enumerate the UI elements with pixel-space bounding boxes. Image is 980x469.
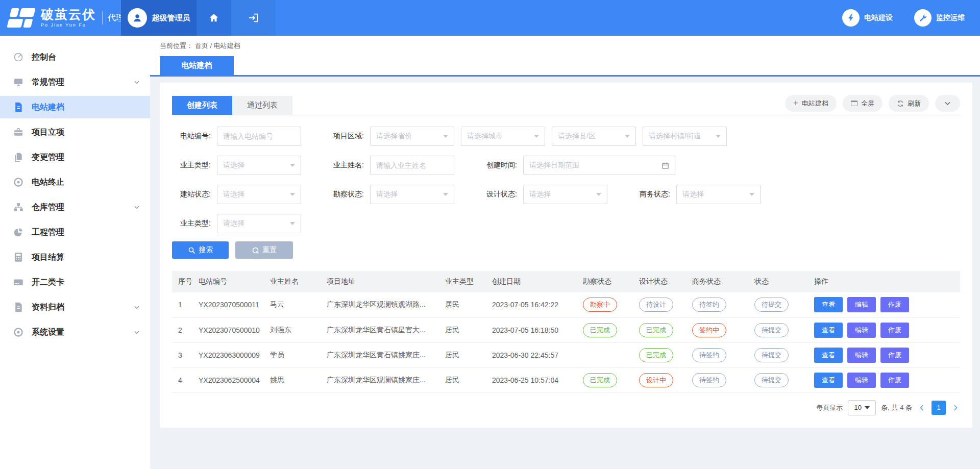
owner-type-select[interactable]: 请选择 (217, 156, 301, 175)
nav-station-build[interactable]: 电站建设 (842, 9, 893, 27)
sidebar-item-open-card[interactable]: 开二类卡 (0, 271, 150, 293)
total-count-label: 条, 共 4 条 (881, 403, 912, 412)
caret-down-icon (749, 193, 754, 196)
panel-head: 创建列表 通过列表 + 电站建档 全屏 (172, 95, 960, 115)
business-status-select[interactable]: 请选择 (676, 185, 761, 204)
prev-page-button[interactable] (917, 404, 926, 411)
survey-status-select[interactable]: 请选择 (370, 185, 454, 204)
edit-button[interactable]: 编辑 (847, 373, 876, 388)
col-design-status: 设计状态 (636, 271, 689, 292)
edit-button[interactable]: 编辑 (847, 297, 876, 312)
view-button[interactable]: 查看 (814, 323, 843, 338)
town-select[interactable]: 请选择村镇/街道 (643, 127, 727, 146)
survey-status-label: 勘察状态: (325, 190, 370, 199)
page-tab-station-archive[interactable]: 电站建档 (160, 56, 234, 75)
plus-icon: + (793, 98, 798, 107)
status-badge: 已完成 (639, 323, 673, 337)
brand-name: 破茧云伏 Po Jian Yun Fu (41, 8, 96, 28)
owner-name-input[interactable] (370, 156, 454, 175)
field-survey-status: 勘察状态: 请选择 (325, 185, 478, 204)
sidebar-item-data-archive[interactable]: 资料归档 (0, 296, 150, 318)
table-row: 2 YX2023070500010 刘强东 广东深圳龙华区黄石镇星官大... 居… (172, 317, 960, 342)
sidebar-item-engineering-mgmt[interactable]: 工程管理 (0, 221, 150, 243)
reset-button[interactable]: 重置 (235, 241, 293, 259)
sidebar-item-station-archive[interactable]: 电站建档 (0, 96, 150, 118)
sidebar-item-station-terminate[interactable]: 电站终止 (0, 171, 150, 193)
sidebar-item-change-mgmt[interactable]: 变更管理 (0, 146, 150, 168)
create-station-button[interactable]: + 电站建档 (785, 95, 837, 112)
logout-icon (248, 12, 259, 23)
fullscreen-button[interactable]: 全屏 (843, 95, 883, 112)
caret-down-icon (443, 193, 448, 196)
home-button[interactable] (197, 0, 231, 36)
search-button[interactable]: 搜索 (172, 241, 229, 259)
province-select[interactable]: 请选择省份 (370, 127, 454, 146)
nav-station-build-label: 电站建设 (864, 13, 893, 22)
filter-row-4: 业主类型: 请选择 (172, 214, 960, 233)
page-number-button[interactable]: 1 (932, 401, 946, 415)
col-owner-name: 业主姓名 (267, 271, 324, 292)
sidebar: 控制台 常规管理 电站建档 项目立项 变更管理 电站终止 (0, 36, 150, 469)
chevron-down-icon (134, 204, 140, 210)
status-badge: 待签约 (692, 298, 726, 312)
view-button[interactable]: 查看 (814, 348, 843, 363)
build-status-select[interactable]: 请选择 (217, 185, 301, 204)
station-code-input[interactable] (217, 127, 301, 146)
city-select[interactable]: 请选择城市 (461, 127, 545, 146)
view-button[interactable]: 查看 (814, 297, 843, 312)
logout-button[interactable] (231, 0, 276, 36)
void-button[interactable]: 作废 (880, 297, 909, 312)
col-index: 序号 (172, 271, 195, 292)
nav-monitor-ops[interactable]: 监控运维 (914, 9, 965, 27)
refresh-button[interactable]: 刷新 (889, 95, 929, 112)
next-page-button[interactable] (951, 404, 960, 411)
date-range-input[interactable]: 请选择日期范围 (523, 156, 675, 175)
create-time-label: 创建时间: (478, 161, 523, 170)
document-icon (13, 102, 23, 112)
sidebar-item-label: 系统设置 (32, 327, 126, 338)
table-row: 3 YX2023063000009 学员 广东深圳龙华区黄石镇姚家庄... 居民… (172, 342, 960, 367)
tab-passed-list[interactable]: 通过列表 (232, 96, 292, 115)
top-header: 破茧云伏 Po Jian Yun Fu 代理端 超级管理员 电站建设 (0, 0, 980, 36)
status-badge: 设计中 (639, 373, 673, 387)
void-button[interactable]: 作废 (880, 323, 909, 338)
sidebar-item-console[interactable]: 控制台 (0, 46, 150, 68)
county-select[interactable]: 请选择县/区 (552, 127, 636, 146)
edit-button[interactable]: 编辑 (847, 323, 876, 338)
col-survey-status: 勘察状态 (580, 271, 636, 292)
design-status-label: 设计状态: (478, 190, 523, 199)
field-design-status: 设计状态: 请选择 (478, 185, 631, 204)
view-button[interactable]: 查看 (814, 373, 843, 388)
col-station-code: 电站编号 (195, 271, 267, 292)
sidebar-item-general-mgmt[interactable]: 常规管理 (0, 71, 150, 93)
sidebar-item-project-settlement[interactable]: 项目结算 (0, 246, 150, 268)
briefcase-icon (13, 127, 23, 137)
status-badge: 待提交 (754, 373, 789, 387)
file-archive-icon (13, 302, 23, 312)
sidebar-item-project-init[interactable]: 项目立项 (0, 121, 150, 143)
field-owner-type: 业主类型: 请选择 (172, 156, 325, 175)
status-badge: 签约中 (692, 323, 726, 337)
user-menu[interactable]: 超级管理员 (121, 0, 197, 36)
copy-files-icon (13, 152, 23, 162)
collapse-toolbar-button[interactable] (935, 95, 960, 112)
breadcrumb-path[interactable]: 首页 / 电站建档 (195, 41, 240, 51)
sidebar-item-system-settings[interactable]: 系统设置 (0, 321, 150, 343)
monitor-icon (13, 77, 23, 87)
owner-type-2-select[interactable]: 请选择 (217, 214, 301, 233)
design-status-select[interactable]: 请选择 (523, 185, 607, 204)
chevron-down-icon (134, 304, 140, 310)
sidebar-item-label: 电站建档 (32, 102, 140, 113)
tab-create-list[interactable]: 创建列表 (172, 96, 232, 115)
sidebar-item-label: 资料归档 (32, 302, 126, 313)
breadcrumb-label: 当前位置： (160, 41, 193, 51)
sidebar-item-warehouse-mgmt[interactable]: 仓库管理 (0, 196, 150, 218)
sidebar-item-label: 开二类卡 (32, 277, 140, 288)
void-button[interactable]: 作废 (880, 373, 909, 388)
void-button[interactable]: 作废 (880, 348, 909, 363)
per-page-select[interactable]: 10 (848, 400, 876, 415)
list-tabs: 创建列表 通过列表 (172, 96, 292, 115)
caret-down-icon (716, 135, 721, 138)
edit-button[interactable]: 编辑 (847, 348, 876, 363)
brand-name-en: Po Jian Yun Fu (41, 23, 96, 28)
